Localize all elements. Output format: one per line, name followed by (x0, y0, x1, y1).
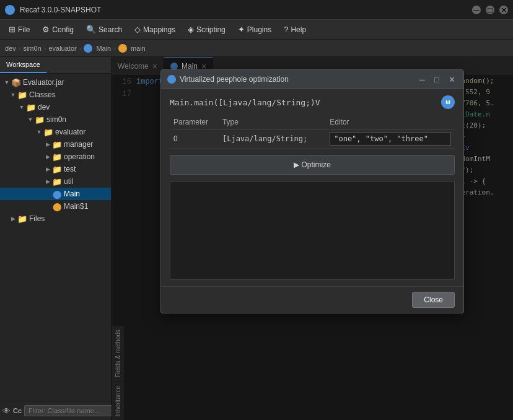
menu-file[interactable]: ⊞ File (2, 22, 36, 37)
tree-item-sim0n[interactable]: ▼ 📁 sim0n (0, 113, 111, 126)
app-icon (5, 5, 15, 15)
content-area: Welcome × Main × 16 import java.util.str… (112, 57, 513, 420)
dialog-overlay: Virtualized peephole optimization ─ □ ✕ … (112, 57, 513, 420)
config-menu-icon: ⚙ (42, 25, 50, 34)
scripting-menu-icon: ◈ (188, 25, 194, 34)
dialog-maximize-button[interactable]: □ (431, 74, 442, 85)
toggle-test[interactable]: ▶ (43, 165, 52, 173)
folder-sim0n-icon: 📁 (35, 115, 45, 125)
folder-util-icon: 📁 (52, 177, 62, 186)
mappings-menu-icon: ◇ (134, 25, 141, 34)
breadcrumb-evaluator[interactable]: evaluator (48, 45, 76, 52)
close-dialog-button[interactable]: Close (412, 292, 455, 308)
sidebar: Workspace ▼ 📦 Evaluator.jar ▼ 📁 Classes … (0, 57, 112, 420)
breadcrumb-main-icon (84, 44, 92, 53)
param-type: [Ljava/lang/String; (219, 129, 326, 149)
cc-button[interactable]: Cc (13, 404, 22, 418)
tree-item-files[interactable]: ▶ 📁 Files (0, 212, 111, 225)
dialog-output-area (170, 181, 455, 280)
window-controls: ─ □ ✕ (472, 6, 508, 14)
breadcrumb-method-icon (118, 44, 127, 53)
toggle-sim0n[interactable]: ▼ (26, 115, 35, 124)
toggle-dev[interactable]: ▼ (17, 103, 26, 112)
menu-scripting[interactable]: ◈ Scripting (182, 22, 232, 37)
peephole-dialog: Virtualized peephole optimization ─ □ ✕ … (160, 69, 464, 313)
dialog-minimize-button[interactable]: ─ (416, 74, 428, 85)
class-main1-icon: ⬤ (52, 201, 62, 211)
param-editor-input[interactable] (330, 132, 451, 146)
toggle-operation[interactable]: ▶ (43, 152, 52, 161)
folder-files-icon: 📁 (17, 214, 27, 224)
tree-item-dev[interactable]: ▼ 📁 dev (0, 101, 111, 113)
sidebar-tabs: Workspace (0, 57, 111, 74)
dialog-title-text: Virtualized peephole optimization (180, 75, 413, 84)
toggle-evaluator-folder[interactable]: ▼ (35, 128, 43, 136)
help-menu-icon: ? (284, 25, 288, 34)
titlebar: Recaf 3.0.0-SNAPSHOT ─ □ ✕ (0, 0, 513, 20)
menu-plugins[interactable]: ✦ Plugins (232, 22, 278, 37)
file-menu-icon: ⊞ (9, 25, 15, 34)
minimize-button[interactable]: ─ (472, 6, 481, 14)
menu-config[interactable]: ⚙ Config (36, 22, 80, 37)
class-main-icon: ⬤ (52, 189, 62, 199)
close-window-button[interactable]: ✕ (499, 6, 508, 14)
tree-item-classes[interactable]: ▼ 📁 Classes (0, 89, 111, 101)
tab-workspace[interactable]: Workspace (0, 57, 46, 73)
menu-mappings[interactable]: ◇ Mappings (128, 22, 182, 37)
method-avatar: M (441, 95, 455, 109)
menu-help[interactable]: ? Help (278, 22, 312, 37)
toggle-evaluator-jar[interactable]: ▼ (2, 78, 11, 87)
dialog-close-button[interactable]: ✕ (446, 74, 457, 85)
dialog-param-table: Parameter Type Editor 0 [Ljava/lang/Stri… (170, 115, 455, 149)
tree-item-main-class[interactable]: ⬤ Main (0, 188, 111, 200)
toggle-main1-class (43, 202, 52, 211)
menubar: ⊞ File ⚙ Config 🔍 Search ◇ Mappings ◈ Sc… (0, 20, 513, 40)
breadcrumb-dev[interactable]: dev (5, 45, 16, 52)
dialog-method-name: Main.main([Ljava/lang/String;)V (170, 98, 320, 107)
folder-dev-icon: 📁 (26, 102, 36, 112)
app-title: Recaf 3.0.0-SNAPSHOT (20, 6, 467, 14)
optimize-button[interactable]: ▶ Optimize (170, 155, 455, 175)
dialog-title-icon (167, 75, 176, 84)
col-parameter: Parameter (170, 115, 219, 129)
folder-classes-icon: 📁 (17, 90, 27, 100)
folder-evaluator-icon: 📁 (43, 127, 53, 137)
breadcrumb: dev › sim0n › evaluator › Main › main (0, 40, 513, 57)
col-type: Type (219, 115, 326, 129)
param-editor-cell[interactable] (326, 129, 455, 149)
toggle-util[interactable]: ▶ (43, 177, 52, 186)
plugins-menu-icon: ✦ (238, 25, 245, 34)
maximize-button[interactable]: □ (486, 6, 494, 14)
param-index: 0 (170, 129, 219, 149)
col-editor: Editor (326, 115, 455, 129)
tree-item-evaluator-folder[interactable]: ▼ 📁 evaluator (0, 126, 111, 138)
folder-manager-icon: 📁 (52, 139, 62, 149)
toggle-classes[interactable]: ▼ (9, 90, 17, 99)
breadcrumb-main-class[interactable]: Main (96, 45, 111, 52)
dialog-body: Main.main([Ljava/lang/String;)V M Parame… (161, 89, 463, 286)
file-tree: ▼ 📦 Evaluator.jar ▼ 📁 Classes ▼ 📁 dev ▼ … (0, 74, 111, 401)
search-menu-icon: 🔍 (86, 25, 96, 34)
toggle-files[interactable]: ▶ (9, 214, 17, 223)
folder-test-icon: 📁 (52, 164, 62, 174)
tree-item-util[interactable]: ▶ 📁 util (0, 175, 111, 188)
tree-item-test[interactable]: ▶ 📁 test (0, 163, 111, 175)
main-layout: Workspace ▼ 📦 Evaluator.jar ▼ 📁 Classes … (0, 57, 513, 420)
toggle-manager[interactable]: ▶ (43, 140, 52, 149)
breadcrumb-sim0n[interactable]: sim0n (23, 45, 41, 52)
toggle-main-class (43, 190, 52, 198)
menu-search[interactable]: 🔍 Search (80, 22, 128, 37)
tree-item-manager[interactable]: ▶ 📁 manager (0, 138, 111, 151)
dialog-titlebar: Virtualized peephole optimization ─ □ ✕ (161, 70, 463, 89)
filter-input[interactable] (24, 405, 118, 416)
table-row: 0 [Ljava/lang/String; (170, 129, 455, 149)
breadcrumb-main-method[interactable]: main (131, 45, 146, 52)
tree-item-operation[interactable]: ▶ 📁 operation (0, 151, 111, 163)
dialog-method-row: Main.main([Ljava/lang/String;)V M (170, 95, 455, 109)
tree-item-evaluator-jar[interactable]: ▼ 📦 Evaluator.jar (0, 76, 111, 89)
eye-button[interactable]: 👁 (2, 404, 11, 418)
sidebar-bottom: 👁 Cc (0, 401, 111, 420)
tree-item-main1-class[interactable]: ⬤ Main$1 (0, 200, 111, 212)
dialog-footer: Close (161, 286, 463, 313)
folder-operation-icon: 📁 (52, 152, 62, 162)
